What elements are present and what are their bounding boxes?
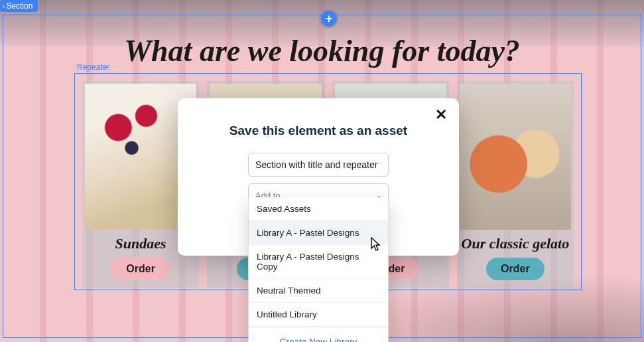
dropdown-option[interactable]: Untitled Library (249, 303, 388, 327)
section-breadcrumb-tag[interactable]: ‹ Section (0, 0, 38, 12)
create-new-library-link[interactable]: Create New Library (249, 327, 388, 342)
repeater-label: Repeater (77, 62, 109, 72)
dropdown-option[interactable]: Library A - Pastel Designs Copy (249, 245, 388, 279)
modal-title: Save this element as an asset (229, 124, 407, 138)
section-tag-label: Section (6, 1, 32, 11)
asset-name-input[interactable] (248, 153, 389, 177)
chevron-left-icon: ‹ (3, 3, 5, 10)
dropdown-option[interactable]: Saved Assets (249, 197, 388, 221)
dropdown-option[interactable]: Neutral Themed (249, 279, 388, 303)
close-icon[interactable]: ✕ (435, 108, 447, 122)
destination-dropdown: Saved Assets Library A - Pastel Designs … (248, 197, 389, 342)
add-section-button[interactable]: + (321, 11, 337, 27)
dropdown-option[interactable]: Library A - Pastel Designs (249, 221, 388, 245)
plus-icon: + (326, 12, 333, 26)
